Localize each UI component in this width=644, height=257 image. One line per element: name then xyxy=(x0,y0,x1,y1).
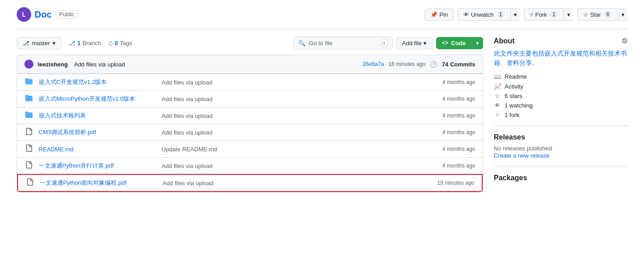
unwatch-group: 👁 Unwatch 1 ▾ xyxy=(457,8,520,21)
branch-selector[interactable]: ⎇ master ▾ xyxy=(17,37,62,49)
releases-section: Releases No releases published Create a … xyxy=(494,133,628,159)
forks-link[interactable]: ⑂ 1 fork xyxy=(494,112,628,118)
repo-name-link[interactable]: Doc xyxy=(35,9,52,20)
commit-hash-link[interactable]: 26e6a7a xyxy=(363,61,384,67)
eye-icon: 👁 xyxy=(494,102,501,109)
avatar: L xyxy=(17,7,31,22)
file-icon xyxy=(24,128,33,137)
table-row: 嵌入式技术栈列表 Add files via upload 4 months a… xyxy=(17,107,483,124)
about-section: About ⚙ 此文件夹主要包括嵌入式开发规范和相关技术书籍、资料分享。 📖 R… xyxy=(494,37,628,118)
repo-title-area: L Doc Public xyxy=(17,7,78,22)
book-icon: 📖 xyxy=(494,73,501,80)
add-file-group: Add file ▾ xyxy=(396,37,432,49)
commit-hash: 26e6a7a · 18 minutes ago xyxy=(363,61,426,67)
star-dropdown[interactable]: ▾ xyxy=(618,9,628,21)
pin-button[interactable]: 📌 Pin xyxy=(424,9,454,21)
file-name: CM3调试系统简析.pdf xyxy=(39,128,156,136)
file-icon xyxy=(24,145,33,154)
file-commit-msg: Add files via upload xyxy=(162,112,437,119)
add-file-chevron: ▾ xyxy=(423,40,427,47)
add-file-button[interactable]: Add file ▾ xyxy=(396,37,432,49)
gear-icon[interactable]: ⚙ xyxy=(621,37,628,45)
file-commit-msg: Add files via upload xyxy=(163,180,432,187)
file-name: 嵌入式技术栈列表 xyxy=(39,112,156,120)
commits-link[interactable]: 74 Commits xyxy=(442,61,475,68)
file-icon xyxy=(25,178,34,187)
tags-link[interactable]: ◇ 0 Tags xyxy=(108,40,132,47)
commit-author[interactable]: leezisheng xyxy=(38,61,68,68)
about-title: About xyxy=(494,37,515,45)
code-group: <> Code ▾ xyxy=(436,37,483,49)
repo-toolbar: ⎇ master ▾ ⎇ 1 Branch ◇ 0 Tags 🔍 Go xyxy=(17,37,483,49)
commit-bar: leezisheng Add files via upload 26e6a7a … xyxy=(17,55,483,74)
file-link[interactable]: 嵌入式C开发规范v1.2版本 xyxy=(39,79,107,85)
search-icon: 🔍 xyxy=(298,40,306,47)
file-link[interactable]: 一文速通Python并行计算.pdf xyxy=(39,162,114,169)
star-button[interactable]: ☆ Star 6 xyxy=(577,8,618,21)
file-table: 嵌入式C开发规范v1.2版本 Add files via upload 4 mo… xyxy=(17,74,483,192)
fork-icon: ⑂ xyxy=(494,112,501,118)
star-icon: ☆ xyxy=(494,93,501,99)
file-commit-msg: Add files via upload xyxy=(162,129,437,136)
go-to-file-input[interactable]: 🔍 Go to file t xyxy=(293,37,393,49)
table-row: CM3调试系统简析.pdf Add files via upload 4 mon… xyxy=(17,124,483,140)
file-commit-msg: Add files via upload xyxy=(162,163,437,169)
file-time: 4 months ago xyxy=(442,163,475,169)
file-time: 4 months ago xyxy=(442,96,475,102)
commit-msg-link[interactable]: Add files via upload xyxy=(162,129,213,136)
code-dropdown[interactable]: ▾ xyxy=(472,37,483,49)
commit-msg-link[interactable]: Add files via upload xyxy=(162,79,213,86)
commit-msg-link[interactable]: Add files via upload xyxy=(163,180,214,187)
watching-link[interactable]: 👁 1 watching xyxy=(494,102,628,109)
table-row: README.md Update README.md 4 months ago xyxy=(17,140,483,157)
activity-link[interactable]: 📈 Activity xyxy=(494,83,628,90)
code-button[interactable]: <> Code xyxy=(436,37,472,49)
commit-msg-link[interactable]: Update README.md xyxy=(162,146,217,153)
file-icon xyxy=(24,161,33,170)
sidebar: About ⚙ 此文件夹主要包括嵌入式开发规范和相关技术书籍、资料分享。 📖 R… xyxy=(494,37,628,192)
commit-msg-link[interactable]: Add files via upload xyxy=(162,112,213,119)
branches-link[interactable]: ⎇ 1 Branch xyxy=(69,40,101,47)
file-time: 4 months ago xyxy=(442,112,475,119)
fork-dropdown[interactable]: ▾ xyxy=(564,9,573,21)
file-time: 4 months ago xyxy=(442,129,475,136)
commit-msg-link[interactable]: Add files via upload xyxy=(162,96,213,103)
folder-icon xyxy=(24,94,33,103)
about-description: 此文件夹主要包括嵌入式开发规范和相关技术书籍、资料分享。 xyxy=(494,49,628,68)
file-name: 一文速通Python面向对象编程.pdf xyxy=(40,179,157,187)
branch-count-icon: ⎇ xyxy=(69,40,75,47)
about-header: About ⚙ xyxy=(494,37,628,45)
svg-text:L: L xyxy=(22,11,26,18)
file-link[interactable]: 一文速通Python面向对象编程.pdf xyxy=(40,179,127,186)
file-link[interactable]: README.md xyxy=(39,146,74,153)
commit-avatar xyxy=(24,60,33,69)
readme-link[interactable]: 📖 Readme xyxy=(494,73,628,80)
file-time: 4 months ago xyxy=(442,146,475,152)
folder-icon xyxy=(24,111,33,120)
table-row: 嵌入式MicroPython开发规范v1.0版本 Add files via u… xyxy=(17,90,483,107)
activity-icon: 📈 xyxy=(494,83,501,90)
create-release-link[interactable]: Create a new release xyxy=(494,152,550,159)
commit-message[interactable]: Add files via upload xyxy=(74,61,125,68)
tag-icon: ◇ xyxy=(108,40,113,47)
file-link[interactable]: CM3调试系统简析.pdf xyxy=(39,129,96,136)
table-row: 一文速通Python并行计算.pdf Add files via upload … xyxy=(17,157,483,174)
file-link[interactable]: 嵌入式MicroPython开发规范v1.0版本 xyxy=(39,95,136,102)
stars-link[interactable]: ☆ 6 stars xyxy=(494,93,628,99)
file-time: 4 months ago xyxy=(442,79,475,85)
branch-icon: ⎇ xyxy=(23,40,29,47)
unwatch-button[interactable]: 👁 Unwatch 1 xyxy=(457,8,510,21)
section-divider-2 xyxy=(494,166,628,167)
clock-icon: 🕐 xyxy=(430,61,437,68)
packages-title: Packages xyxy=(494,174,628,182)
commit-msg-link[interactable]: Add files via upload xyxy=(162,163,213,169)
table-row: 嵌入式C开发规范v1.2版本 Add files via upload 4 mo… xyxy=(17,74,483,90)
section-divider xyxy=(494,126,628,126)
star-icon: ☆ xyxy=(583,11,588,18)
file-link[interactable]: 嵌入式技术栈列表 xyxy=(39,112,86,119)
releases-title: Releases xyxy=(494,133,628,141)
fork-button[interactable]: ⑂ Fork 1 xyxy=(524,8,564,21)
file-name: 嵌入式C开发规范v1.2版本 xyxy=(39,78,156,86)
unwatch-dropdown[interactable]: ▾ xyxy=(510,9,520,21)
file-name: 嵌入式MicroPython开发规范v1.0版本 xyxy=(39,95,156,103)
